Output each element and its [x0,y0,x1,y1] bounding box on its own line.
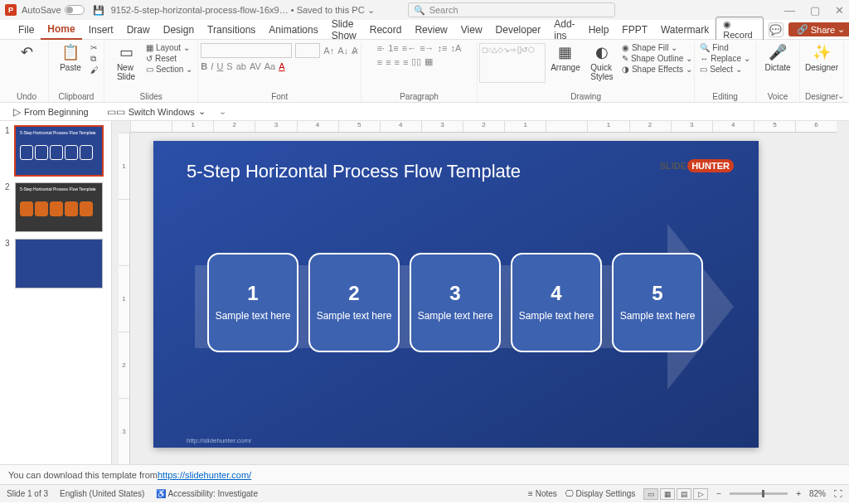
clear-format-icon[interactable]: A̷ [352,46,358,56]
tab-slideshow[interactable]: Slide Show [325,20,363,40]
language-indicator[interactable]: English (United States) [60,489,144,498]
align-left-button[interactable]: ≡ [377,57,382,67]
slideshow-view-button[interactable]: ▷ [693,488,708,500]
paste-button[interactable]: 📋Paste [54,43,87,72]
fit-to-window-button[interactable]: ⛶ [834,489,842,498]
zoom-slider[interactable] [730,492,788,495]
italic-button[interactable]: I [211,61,213,71]
new-slide-button[interactable]: ▭New Slide [109,43,143,81]
display-settings-button[interactable]: 🖵 Display Settings [565,489,635,498]
tab-design[interactable]: Design [157,20,201,40]
tab-insert[interactable]: Insert [82,20,120,40]
thumbnail-3[interactable]: 3 [5,239,111,288]
minimize-icon[interactable]: — [784,4,795,17]
step-2[interactable]: 2Sample text here [308,253,400,352]
section-button[interactable]: ▭ Section ⌄ [146,65,192,74]
maximize-icon[interactable]: ▢ [810,4,820,17]
replace-button[interactable]: ↔ Replace ⌄ [700,54,750,63]
undo-button[interactable]: ↶ [10,43,43,61]
zoom-level[interactable]: 82% [809,489,826,498]
tab-home[interactable]: Home [41,20,81,40]
toggle-switch-icon[interactable] [65,5,85,15]
bullets-button[interactable]: ≡· [377,43,385,53]
search-input[interactable]: 🔍 Search [408,2,615,17]
slide-canvas[interactable]: 123454321123456 1123 5-Step Horizontal P… [112,121,849,464]
spacing-button[interactable]: AV [250,61,261,71]
shapes-gallery[interactable]: ◻○△◇↘⇨{}↺⬡ [479,43,546,83]
tab-record[interactable]: Record [363,20,409,40]
tab-transitions[interactable]: Transitions [201,20,262,40]
zoom-out-button[interactable]: − [716,489,721,498]
collapse-ribbon-icon[interactable]: ⌄ [837,91,844,100]
tab-file[interactable]: File [12,20,41,40]
slide-title-text[interactable]: 5-Step Horizontal Process Flow Template [187,161,521,182]
save-icon[interactable]: 💾 [93,5,104,16]
document-title[interactable]: 9152-5-step-horizontal-process-flow-16x9… [111,5,375,16]
tab-watermark[interactable]: Watermark [654,20,716,40]
step-1[interactable]: 1Sample text here [207,253,298,352]
notes-pane[interactable]: You can download this template from http… [0,464,849,484]
shape-effects-button[interactable]: ◑ Shape Effects ⌄ [622,65,692,74]
underline-button[interactable]: U [216,61,223,71]
text-direction-button[interactable]: ↕A [451,43,462,53]
align-center-button[interactable]: ≡ [386,57,391,67]
decrease-font-icon[interactable]: A↓ [337,46,348,56]
tab-draw[interactable]: Draw [120,20,157,40]
shape-outline-button[interactable]: ✎ Shape Outline ⌄ [622,54,692,63]
slide-footer-url[interactable]: http://slidehunter.com/ [187,437,251,444]
align-right-button[interactable]: ≡ [395,57,400,67]
zoom-in-button[interactable]: + [796,489,801,498]
dictate-button[interactable]: 🎤Dictate [761,43,794,72]
close-icon[interactable]: ✕ [835,4,844,17]
tab-fppt[interactable]: FPPT [615,20,654,40]
qat-overflow-icon[interactable]: ⌄ [219,106,226,117]
quick-styles-button[interactable]: ◐Quick Styles [585,43,619,81]
tab-view[interactable]: View [454,20,489,40]
slide-counter[interactable]: Slide 1 of 3 [7,489,48,498]
thumbnail-2[interactable]: 2 5-Step Horizontal Process Flow Templat… [5,182,111,232]
accessibility-button[interactable]: ♿ Accessibility: Investigate [156,489,258,498]
step-4[interactable]: 4Sample text here [511,253,602,352]
step-5[interactable]: 5Sample text here [612,253,703,352]
justify-button[interactable]: ≡ [403,57,408,67]
autosave-toggle[interactable]: AutoSave [22,5,85,15]
notes-toggle[interactable]: ≡ Notes [528,489,557,498]
font-color-button[interactable]: A [279,61,284,71]
font-family-select[interactable] [201,43,292,58]
reset-button[interactable]: ↺ Reset [146,54,192,63]
indent-dec-button[interactable]: ≡← [402,43,416,53]
bold-button[interactable]: B [201,61,207,71]
select-button[interactable]: ▭ Select ⌄ [700,65,750,74]
shadow-button[interactable]: ab [236,61,246,71]
font-size-select[interactable] [295,43,320,58]
slide-content[interactable]: 5-Step Horizontal Process Flow Template … [153,141,759,448]
highlight-button[interactable]: Aa [264,61,275,71]
share-button[interactable]: 🔗 Share ⌄ [788,22,849,36]
cut-button[interactable]: ✂ [90,43,99,52]
tab-addins[interactable]: Add-ins [547,20,581,40]
record-button[interactable]: ◉ Record [716,17,763,42]
strike-button[interactable]: S [226,61,232,71]
format-painter-button[interactable]: 🖌 [90,65,99,75]
increase-font-icon[interactable]: A↑ [323,46,334,56]
tab-review[interactable]: Review [408,20,454,40]
indent-inc-button[interactable]: ≡→ [420,43,434,53]
copy-button[interactable]: ⧉ [90,54,99,64]
switch-windows-button[interactable]: ▭▭Switch Windows ⌄ [102,104,211,119]
layout-button[interactable]: ▦ Layout ⌄ [146,43,192,52]
sorter-view-button[interactable]: ▦ [660,488,675,500]
reading-view-button[interactable]: ▤ [677,488,691,500]
numbering-button[interactable]: 1≡ [388,43,399,53]
shape-fill-button[interactable]: ◉ Shape Fill ⌄ [622,43,692,52]
designer-button[interactable]: ✨Designer [805,43,838,72]
tab-help[interactable]: Help [582,20,616,40]
from-beginning-button[interactable]: ▷From Beginning [8,104,94,119]
step-3[interactable]: 3Sample text here [410,253,501,352]
columns-button[interactable]: ▯▯ [411,56,421,67]
find-button[interactable]: 🔍 Find [700,43,750,52]
normal-view-button[interactable]: ▭ [643,488,658,500]
tab-animations[interactable]: Animations [262,20,324,40]
tab-developer[interactable]: Developer [489,20,548,40]
thumbnail-1[interactable]: 1 5-Step Horizontal Process Flow Templat… [5,126,111,176]
arrange-button[interactable]: ▦Arrange [549,43,582,72]
